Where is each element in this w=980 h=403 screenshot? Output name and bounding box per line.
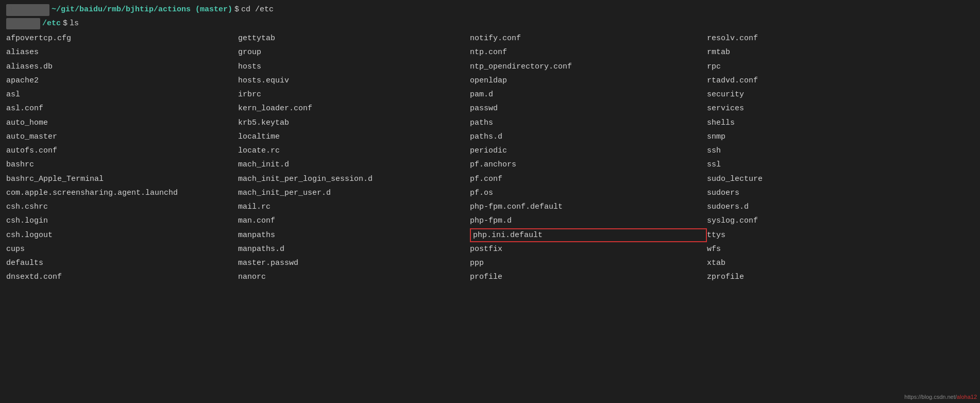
terminal-window: l ██████ ~/git/baidu/rmb/bjhtip/actions …: [0, 0, 980, 403]
file-item: ssh: [707, 144, 923, 158]
file-item: man.conf: [238, 214, 470, 228]
file-item: paths.d: [470, 130, 707, 144]
file-item: rtadvd.conf: [707, 74, 923, 88]
prompt2-path: /etc: [42, 18, 61, 30]
file-item: zprofile: [707, 270, 923, 284]
file-item: services: [707, 102, 923, 115]
file-item: php.ini.default: [470, 228, 707, 242]
file-item: manpaths.d: [238, 242, 470, 256]
file-item: postfix: [470, 242, 707, 256]
file-item: auto_master: [6, 130, 238, 144]
file-item: asl.conf: [6, 102, 238, 115]
file-item: csh.login: [6, 214, 238, 228]
file-item: sudoers: [707, 186, 923, 200]
file-item: bashrc_Apple_Terminal: [6, 172, 238, 186]
file-item: shells: [707, 116, 923, 130]
file-item: rmtab: [707, 45, 923, 59]
file-item: auto_home: [6, 116, 238, 130]
file-item: nanorc: [238, 270, 470, 284]
file-item: csh.cshrc: [6, 200, 238, 214]
file-item: hosts.equiv: [238, 74, 470, 88]
file-item: afpovertcp.cfg: [6, 31, 238, 45]
file-item: csh.logout: [6, 228, 238, 242]
file-item: rpc: [707, 60, 923, 74]
file-item: gettytab: [238, 31, 470, 45]
file-item: master.passwd: [238, 256, 470, 270]
file-item: irbrc: [238, 88, 470, 102]
file-item: pam.d: [470, 88, 707, 102]
file-item: krb5.keytab: [238, 116, 470, 130]
file-item: kern_loader.conf: [238, 102, 470, 115]
file-item: hosts: [238, 60, 470, 74]
file-item: pf.conf: [470, 172, 707, 186]
file-item: ntp_opendirectory.conf: [470, 60, 707, 74]
file-item: mach_init_per_login_session.d: [238, 172, 470, 186]
prompt1-path: ~/git/baidu/rmb/bjhtip/actions (master): [52, 4, 232, 16]
file-item: ssl: [707, 158, 923, 172]
file-item: mach_init_per_user.d: [238, 186, 470, 200]
file-item: defaults: [6, 256, 238, 270]
file-item: asl: [6, 88, 238, 102]
file-item: sudoers.d: [707, 200, 923, 214]
file-item: dnsextd.conf: [6, 270, 238, 284]
file-item: locate.rc: [238, 144, 470, 158]
watermark: https://blog.csdn.net/aloha12: [904, 394, 977, 400]
file-item: aliases: [6, 45, 238, 59]
file-item: periodic: [470, 144, 707, 158]
file-item: profile: [470, 270, 707, 284]
file-item: group: [238, 45, 470, 59]
file-item: mach_init.d: [238, 158, 470, 172]
file-item: autofs.conf: [6, 144, 238, 158]
file-item: mail.rc: [238, 200, 470, 214]
file-item: bashrc: [6, 158, 238, 172]
prompt-line-2: ██████ /etc $ ls: [6, 18, 974, 30]
file-item: php-fpm.conf.default: [470, 200, 707, 214]
file-item: snmp: [707, 130, 923, 144]
file-item: notify.conf: [470, 31, 707, 45]
watermark-red: aloha12: [957, 394, 977, 400]
file-item: aliases.db: [6, 60, 238, 74]
prompt2-dollar: $: [63, 18, 67, 30]
username: l ██████: [6, 4, 49, 16]
file-item: xtab: [707, 256, 923, 270]
file-item: resolv.conf: [707, 31, 923, 45]
file-item: openldap: [470, 74, 707, 88]
file-item: sudo_lecture: [707, 172, 923, 186]
file-item: ppp: [470, 256, 707, 270]
prompt-line-1: l ██████ ~/git/baidu/rmb/bjhtip/actions …: [6, 4, 974, 16]
file-item: syslog.conf: [707, 214, 923, 228]
file-item: pf.os: [470, 186, 707, 200]
prompt2-command: ls: [70, 18, 79, 30]
file-item: apache2: [6, 74, 238, 88]
file-item: security: [707, 88, 923, 102]
prompt1-command: cd /etc: [241, 4, 274, 16]
file-item: manpaths: [238, 228, 470, 242]
file-item: com.apple.screensharing.agent.launchd: [6, 186, 238, 200]
file-item: paths: [470, 116, 707, 130]
hostname-blurred: ██████: [6, 18, 40, 30]
file-item: passwd: [470, 102, 707, 115]
file-item: pf.anchors: [470, 158, 707, 172]
file-item: php-fpm.d: [470, 214, 707, 228]
file-item: cups: [6, 242, 238, 256]
file-item: ttys: [707, 228, 923, 242]
file-item: localtime: [238, 130, 470, 144]
file-listing: afpovertcp.cfggettytabnotify.confresolv.…: [6, 31, 974, 284]
file-item: ntp.conf: [470, 45, 707, 59]
prompt1-dollar: $: [234, 4, 239, 16]
file-item: wfs: [707, 242, 923, 256]
